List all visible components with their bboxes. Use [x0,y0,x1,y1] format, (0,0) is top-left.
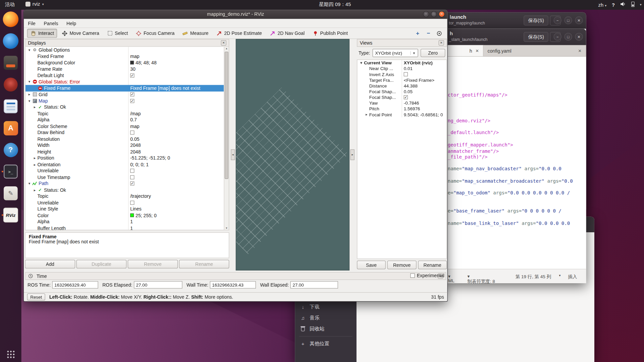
clock[interactable]: 星期四 09：45 [319,1,351,8]
dock-item-firefox[interactable] [2,10,20,28]
system-tray[interactable]: zh ▾ ? ▾ [598,0,642,9]
close-icon[interactable]: ✕ [439,11,445,17]
expander-closed-icon[interactable]: ▸ [364,113,369,117]
tree-row[interactable]: Background Color48; 48; 48 [25,60,229,66]
battery-icon[interactable] [631,1,635,8]
tree-row[interactable]: Unreliable [25,168,229,174]
expander-open-icon[interactable]: ▾ [359,61,364,65]
checkbox-checked[interactable]: ✓ [130,73,134,77]
scroll-down-icon[interactable]: ▼ [224,227,229,229]
tree-row[interactable]: Distance44.388 [357,83,446,88]
tool-focus-camera[interactable]: Focus Camera [132,29,178,38]
close-icon[interactable]: ✕ [475,48,479,53]
minimize-icon[interactable]: − [423,11,429,17]
tree-row[interactable]: ▾Map✓ [25,98,229,104]
tree-row[interactable]: Use Timestamp [25,174,229,180]
tab-width[interactable]: 制表符宽度: 8 ▾ [467,274,470,279]
chevron-down-icon[interactable]: ▾ [640,3,642,7]
tree-row[interactable]: ▸✓Status: Ok [25,104,229,110]
rename-button[interactable]: Rename [418,261,447,269]
tree-row[interactable]: Topic/trajectory [25,193,229,199]
panel-collapse-left[interactable]: ◂ [231,149,235,160]
sidebar-item-trash[interactable]: 回收站 [295,323,357,335]
tree-row[interactable]: ▸Orientation0; 0; 0; 1 [25,161,229,168]
views-panel-header[interactable]: Views ✕ [357,39,447,47]
tool-measure[interactable]: Measure [179,29,212,38]
tab-config-yaml[interactable]: config.yaml✕ [483,45,586,56]
checkbox-checked[interactable]: ✓ [130,99,134,103]
close-icon[interactable]: ✕ [578,48,582,53]
expander-closed-icon[interactable]: ▸ [27,93,32,97]
scroll-up-icon[interactable]: ▲ [224,47,229,50]
checkbox-unchecked[interactable] [130,175,134,179]
expander-closed-icon[interactable]: ▸ [32,188,38,192]
tree-row[interactable]: Line StyleLines [25,206,229,212]
menu-file[interactable]: File [28,21,36,26]
checkbox-unchecked[interactable] [130,200,134,204]
tree-row[interactable]: Resolution0.05 [25,136,229,142]
tree-row[interactable]: ▸Focal Point9.5043; -0.68561; 0 [357,112,446,117]
tree-row[interactable]: ▾Current ViewXYOrbit (rviz) [357,60,446,66]
expander-closed-icon[interactable]: ▸ [32,163,38,167]
dock-item-texteditor[interactable]: ✎ [2,184,20,202]
close-icon[interactable]: ✕ [575,16,583,24]
expander-open-icon[interactable]: ▾ [27,99,32,103]
time-field-value[interactable]: 27.00 [134,281,182,289]
minimize-icon[interactable]: − [554,16,561,24]
save-button[interactable]: 保存(S) [524,32,548,42]
add-icon[interactable]: + [415,30,421,37]
maximize-icon[interactable]: □ [431,11,437,17]
remove-button[interactable]: Remove [387,261,416,269]
zero-button[interactable]: Zero [421,49,445,57]
tree-row[interactable]: Target Fra...<Fixed Frame> [357,77,446,83]
dock-item-software[interactable]: A [2,119,20,137]
checkbox-unchecked[interactable] [130,169,134,173]
close-icon[interactable]: ✕ [221,40,226,46]
close-icon[interactable]: ✕ [439,40,444,46]
input-method-indicator[interactable]: zh ▾ [598,2,607,8]
dock-item-help[interactable]: ? [2,141,20,159]
tool-publish-point[interactable]: Publish Point [309,29,351,38]
show-applications-icon[interactable] [6,350,15,359]
time-field-value[interactable]: 1632966329.43 [210,281,256,289]
menu-help[interactable]: Help [66,21,76,26]
sidebar-item-downloads[interactable]: ↓下载 [295,301,357,312]
tree-row[interactable]: ▸Grid✓ [25,91,229,98]
checkbox-checked[interactable]: ✓ [130,93,134,97]
save-button[interactable]: Save [357,261,386,269]
tree-row[interactable]: Frame Rate30 [25,66,229,72]
activities-button[interactable]: 活动 [5,1,15,8]
remove-icon[interactable]: − [425,30,432,37]
reset-button[interactable]: Reset [27,294,45,301]
view-type-dropdown[interactable]: XYOrbit (rviz) ▼ [373,49,418,57]
tree-row[interactable]: Draw Behind [25,129,229,136]
menu-panels[interactable]: Panels [44,21,58,26]
checkbox-checked[interactable]: ✓ [130,182,134,186]
focused-app-menu[interactable]: rviz ▾ [25,1,44,7]
tree-row[interactable]: Focal Shap...0.05 [357,88,446,94]
tree-row[interactable]: Invert Z Axis [357,71,446,77]
time-field-value[interactable]: 27.00 [290,281,338,289]
tree-row[interactable]: Unreliable [25,199,229,206]
tree-row[interactable]: Width2048 [25,142,229,148]
tree-row[interactable]: Buffer Length1 [25,225,229,230]
tool-2d-nav-goal[interactable]: 2D Nav Goal [266,29,308,38]
expander-closed-icon[interactable]: ▸ [32,156,38,160]
displays-panel-header[interactable]: Displays ✕ [25,39,229,47]
tree-row[interactable]: Near Clip ...0.01 [357,66,446,71]
tree-row[interactable]: Alpha0.7 [25,117,229,123]
dock-item-terminal[interactable]: >_ [2,163,20,181]
checkbox-checked[interactable]: ✓ [404,95,408,99]
syntax-mode[interactable]: ML ▾ [448,274,450,279]
maximize-icon[interactable]: □ [564,33,572,41]
tree-row[interactable]: ▾Path✓ [25,180,229,187]
panel-collapse-right[interactable]: ▸ [350,149,354,160]
time-panel-header[interactable]: Time ✕ [25,272,446,280]
tree-row[interactable]: Alpha1 [25,219,229,225]
tree-row[interactable]: ▾⚙Global Options [25,47,229,53]
tree-row[interactable]: Yaw-0.7846 [357,100,446,106]
close-icon[interactable]: ✕ [575,33,583,41]
sidebar-item-other-locations[interactable]: +其他位置 [295,338,357,349]
tree-row[interactable]: Topic/map [25,110,229,117]
minimize-icon[interactable]: − [554,33,561,41]
